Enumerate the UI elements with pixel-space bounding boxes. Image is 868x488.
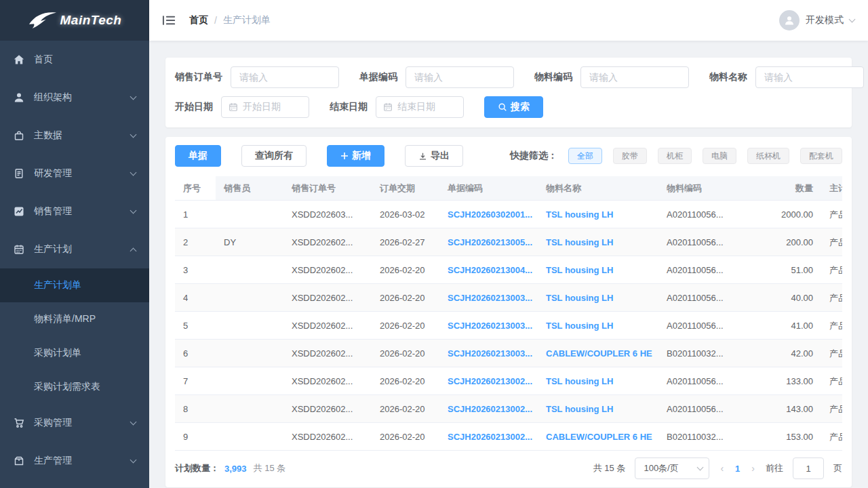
cell-material-name-link[interactable]: TSL housing LH xyxy=(538,201,658,228)
sidebar-item-sales[interactable]: 销售管理 xyxy=(0,192,149,230)
cell-doc-code-link[interactable]: SCJH20260213003... xyxy=(439,284,538,312)
cell-unit: 产品 xyxy=(821,367,842,395)
calendar-icon xyxy=(14,244,24,255)
table-footer: 计划数量： 3,993 共 15 条 共 15 条 100条/页 ‹ 1 › 前… xyxy=(175,457,842,480)
cell-delivery-date: 2026-02-20 xyxy=(372,284,439,312)
doc-code-input[interactable] xyxy=(406,66,514,88)
cell-doc-code-link[interactable]: SCJH20260302001... xyxy=(439,201,538,228)
sidebar-subitem-production-plan-order[interactable]: 生产计划单 xyxy=(0,268,149,302)
cell-doc-code-link[interactable]: SCJH20260213002... xyxy=(439,423,538,451)
cell-material-name-link[interactable]: TSL housing LH xyxy=(538,367,658,395)
cell-salesperson xyxy=(216,312,283,340)
goto-page-input[interactable] xyxy=(793,458,824,479)
field-label: 单据编码 xyxy=(359,71,397,83)
cell-doc-code-link[interactable]: SCJH20260213002... xyxy=(439,367,538,395)
breadcrumb-home[interactable]: 首页 xyxy=(189,14,208,26)
sidebar-item-manufacturing[interactable]: 生产管理 xyxy=(0,442,149,480)
sidebar-item-rnd[interactable]: 研发管理 xyxy=(0,155,149,192)
cell-index: 8 xyxy=(175,395,216,423)
cell-salesperson xyxy=(216,256,283,284)
field-material-code: 物料编码 xyxy=(534,66,689,88)
sidebar-item-home[interactable]: 首页 xyxy=(0,41,149,79)
sidebar-subitem-purchase-demand[interactable]: 采购计划需求表 xyxy=(0,370,149,404)
cell-delivery-date: 2026-02-20 xyxy=(372,395,439,423)
quick-filter-computer[interactable]: 电脑 xyxy=(703,148,736,164)
add-button[interactable]: 新增 xyxy=(327,145,384,167)
sales-order-no-input[interactable] xyxy=(231,66,339,88)
table-row: 3 XSDD202602... 2026-02-20 SCJH202602130… xyxy=(175,256,842,284)
sidebar-subitem-purchase-plan[interactable]: 采购计划单 xyxy=(0,336,149,370)
page-size-select[interactable]: 100条/页 xyxy=(635,458,709,479)
chevron-down-icon xyxy=(130,131,137,138)
chevron-down-icon xyxy=(849,16,856,23)
table-row: 8 XSDD202602... 2026-02-20 SCJH202602130… xyxy=(175,395,842,423)
export-button-label: 导出 xyxy=(431,150,450,162)
chevron-down-icon xyxy=(130,457,137,464)
topbar: 首页 / 生产计划单 开发模式 xyxy=(149,0,868,41)
material-code-input[interactable] xyxy=(580,66,689,88)
quick-filter-all[interactable]: 全部 xyxy=(568,148,602,164)
cell-unit: 产品 xyxy=(821,201,842,228)
quick-filter-set-machine[interactable]: 配套机 xyxy=(800,148,842,164)
cell-material-name-link[interactable]: TSL housing LH xyxy=(538,312,658,340)
sidebar-collapse-button[interactable] xyxy=(159,12,178,29)
cell-salesperson: DY xyxy=(216,228,283,256)
cell-salesperson xyxy=(216,423,283,451)
end-date-input[interactable]: 结束日期 xyxy=(376,96,464,118)
cell-material-name-link[interactable]: TSL housing LH xyxy=(538,284,658,312)
cell-sales-order-no: XSDD202602... xyxy=(283,367,372,395)
cell-doc-code-link[interactable]: SCJH20260213003... xyxy=(439,340,538,367)
cell-material-code: A020110056... xyxy=(658,201,740,228)
sidebar-item-purchasing[interactable]: 采购管理 xyxy=(0,404,149,442)
cell-doc-code-link[interactable]: SCJH20260213005... xyxy=(439,228,538,256)
cell-quantity: 42.00 xyxy=(740,340,821,367)
start-date-input[interactable]: 开始日期 xyxy=(221,96,309,118)
query-all-button[interactable]: 查询所有 xyxy=(241,145,307,167)
chevron-down-icon xyxy=(130,94,137,100)
goto-label: 前往 xyxy=(766,462,783,474)
table-row: 1 XSDD202603... 2026-03-02 SCJH202603020… xyxy=(175,201,842,228)
user-menu[interactable]: 开发模式 xyxy=(779,10,854,30)
date-placeholder: 开始日期 xyxy=(243,101,281,113)
chevron-down-icon xyxy=(130,169,137,176)
sidebar-subitem-bom-mrp[interactable]: 物料清单/MRP xyxy=(0,302,149,336)
sidebar-item-org[interactable]: 组织架构 xyxy=(0,79,149,117)
cell-quantity: 200.00 xyxy=(740,228,821,256)
cell-material-name-link[interactable]: TSL housing LH xyxy=(538,256,658,284)
sidebar-item-master-data[interactable]: 主数据 xyxy=(0,117,149,155)
sidebar-subitem-label: 采购计划单 xyxy=(34,347,81,359)
cell-index: 4 xyxy=(175,284,216,312)
quick-filter-tape[interactable]: 胶带 xyxy=(613,148,647,164)
prev-page-button[interactable]: ‹ xyxy=(719,463,725,474)
sidebar-item-production-plan[interactable]: 生产计划 xyxy=(0,230,149,268)
search-button[interactable]: 搜索 xyxy=(484,96,543,118)
cell-delivery-date: 2026-02-20 xyxy=(372,367,439,395)
cell-doc-code-link[interactable]: SCJH20260213004... xyxy=(439,256,538,284)
plan-qty-value: 3,993 xyxy=(224,464,247,474)
plan-qty-label: 计划数量： xyxy=(175,462,219,474)
cell-doc-code-link[interactable]: SCJH20260213002... xyxy=(439,395,538,423)
material-name-input[interactable] xyxy=(755,66,864,88)
sidebar-menu: 首页 组织架构 主数据 研发管理 销售管理 生产计划 生产计划单 xyxy=(0,41,149,480)
doc-button[interactable]: 单据 xyxy=(175,145,221,167)
cell-material-name-link[interactable]: TSL housing LH xyxy=(538,395,658,423)
cell-sales-order-no: XSDD202602... xyxy=(283,228,372,256)
quick-filter-group: 快捷筛选： 全部 胶带 机柜 电脑 纸杯机 配套机 xyxy=(510,148,842,164)
breadcrumb-current: 生产计划单 xyxy=(223,14,271,26)
cell-doc-code-link[interactable]: SCJH20260213003... xyxy=(439,312,538,340)
table-body: 1 XSDD202603... 2026-03-02 SCJH202603020… xyxy=(175,201,842,451)
cell-material-name-link[interactable]: TSL housing LH xyxy=(538,228,658,256)
cell-material-code: A020110056... xyxy=(658,256,740,284)
breadcrumb: 首页 / 生产计划单 xyxy=(189,14,271,26)
next-page-button[interactable]: › xyxy=(750,463,756,474)
cell-material-name-link[interactable]: CABLEW/COUPLER 6 HE xyxy=(538,423,658,451)
field-doc-code: 单据编码 xyxy=(359,66,514,88)
cell-material-name-link[interactable]: CABLEW/COUPLER 6 HE xyxy=(538,340,658,367)
quick-filter-paper-cup-machine[interactable]: 纸杯机 xyxy=(747,148,789,164)
quick-filter-cabinet[interactable]: 机柜 xyxy=(658,148,692,164)
cell-index: 9 xyxy=(175,423,216,451)
cell-quantity: 41.00 xyxy=(740,312,821,340)
cell-quantity: 153.00 xyxy=(740,423,821,451)
search-button-label: 搜索 xyxy=(511,101,530,113)
export-button[interactable]: 导出 xyxy=(405,145,463,167)
